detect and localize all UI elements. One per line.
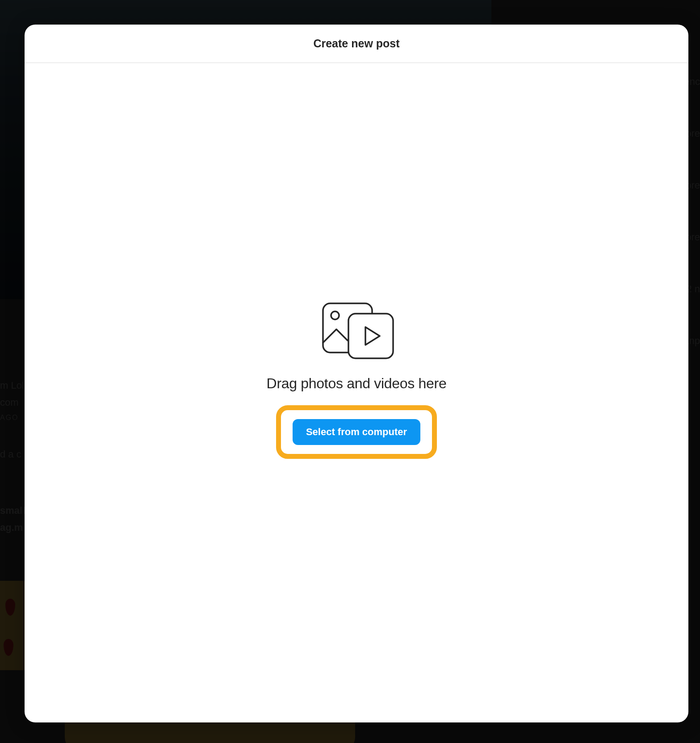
- media-upload-icon: [316, 300, 397, 363]
- drag-prompt-text: Drag photos and videos here: [267, 375, 447, 392]
- select-from-computer-button[interactable]: Select from computer: [293, 419, 420, 445]
- modal-header: Create new post: [25, 25, 688, 63]
- modal-body[interactable]: Drag photos and videos here Select from …: [25, 63, 688, 722]
- svg-rect-2: [348, 314, 393, 358]
- modal-title: Create new post: [313, 37, 399, 50]
- create-post-modal: Create new post Drag photos and videos h…: [25, 25, 688, 722]
- tutorial-highlight-ring: Select from computer: [276, 405, 437, 459]
